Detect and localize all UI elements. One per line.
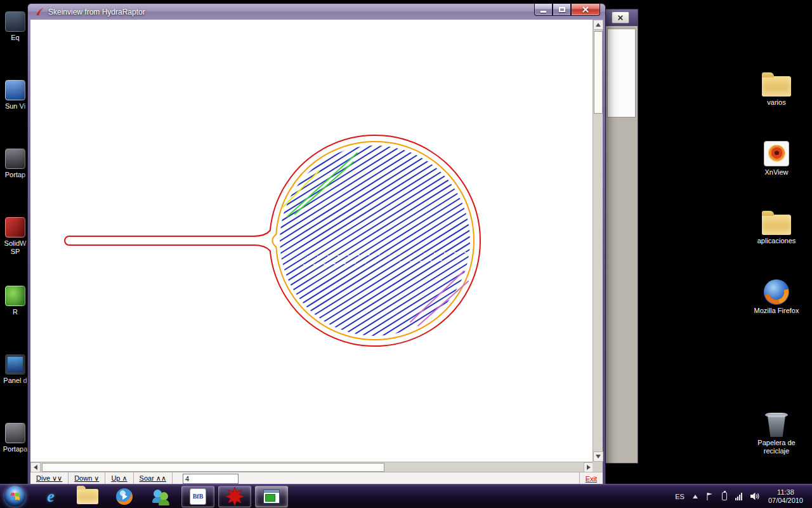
desktop-icon-label: Mozilla Firefox [748,307,805,315]
bfb-taskbar-button[interactable]: BfB [181,486,214,507]
desktop-icon-portapapeles[interactable]: Portap [1,149,29,179]
scroll-up-icon [596,23,601,27]
caption-buttons [534,4,600,16]
virtualbox-icon [5,80,25,100]
r-app-icon [5,286,25,306]
tray-time: 11:38 [768,488,803,497]
messenger-taskbar-icon[interactable] [145,486,178,507]
recycle-bin-icon [766,415,787,437]
battery-icon[interactable] [722,492,727,500]
minimize-icon [540,11,546,13]
system-tray: ES 11:38 07/04/2010 [675,488,812,505]
background-window-edge [606,9,638,464]
folder-icon [77,489,98,504]
scrollbar-corner [593,462,603,472]
windows-flag-icon [10,491,20,501]
device-icon [5,423,25,443]
close-icon [582,6,589,13]
internet-explorer-icon: e [47,488,55,505]
scroll-down-icon [596,455,601,458]
layer-number-input[interactable] [183,474,239,484]
horizontal-scrollbar[interactable] [30,462,594,472]
titlebar[interactable]: Skeinview from HydraRaptor [28,4,605,20]
desktop-icon-solidworks[interactable]: SolidW SP [1,217,29,256]
close-button[interactable] [571,4,600,16]
maximize-button[interactable] [553,4,571,16]
clock[interactable]: 11:38 07/04/2010 [768,488,806,505]
down-button[interactable]: Down ∨ [69,472,105,485]
layer-controls-bar: Dive ∨∨ Down ∨ Up ∧ Soar ∧∧ Exit [30,472,603,485]
horizontal-scroll-thumb[interactable] [42,463,384,472]
dive-button[interactable]: Dive ∨∨ [30,472,69,485]
scroll-left-button[interactable] [30,462,41,472]
tk-icon [35,7,44,17]
desktop-icon-panel-de-control[interactable]: Panel d [1,354,29,385]
scroll-down-button[interactable] [593,451,603,462]
tk-app-taskbar-button[interactable] [218,486,251,507]
media-player-icon [116,488,133,505]
start-button[interactable] [4,486,25,507]
desktop-icon-label: aplicaciones [748,237,805,245]
app-window-icon [263,490,280,504]
scroll-up-button[interactable] [593,20,603,30]
show-hidden-icons-button[interactable] [693,495,698,498]
exit-button[interactable]: Exit [579,472,603,485]
solidworks-icon [5,217,25,237]
skein-canvas-svg [30,20,594,462]
desktop-icon-label: XnView [748,168,805,177]
firefox-icon [764,279,789,305]
layer-preview-canvas[interactable] [30,20,594,462]
desktop-icon-recycle-bin[interactable]: Papelera de reciclaje [746,413,807,455]
background-window-scroll-thumb[interactable] [607,29,636,117]
folder-icon [762,76,791,97]
desktop-icon-label: Papelera de reciclaje [748,439,805,455]
desktop-icon-aplicaciones[interactable]: aplicaciones [746,208,807,245]
vertical-scrollbar[interactable] [593,20,603,462]
maximize-icon [559,7,565,12]
window-title: Skeinview from HydraRaptor [48,8,145,17]
device-icon [5,149,25,169]
close-icon [617,15,624,21]
vertical-scroll-thumb[interactable] [594,31,603,114]
taskbar: e BfB ES [0,484,812,508]
desktop-icon-xnview[interactable]: XnView [746,141,807,177]
scroll-left-icon [34,465,37,470]
red-splat-icon [225,486,245,507]
desktop-icon-eq[interactable]: Eq [1,11,29,42]
desktop-icon-varios[interactable]: varios [746,70,807,107]
desktop-icon-portapapeles-2[interactable]: Portapa [1,423,29,453]
xnview-icon [764,141,789,166]
skeinview-taskbar-button[interactable] [255,486,288,507]
people-icon [152,488,171,505]
minimize-button[interactable] [534,4,553,16]
up-button[interactable]: Up ∧ [105,472,133,485]
ie-taskbar-icon[interactable]: e [34,486,67,507]
background-window-titlebar[interactable] [606,10,638,26]
skeinview-window: Skeinview from HydraRaptor D [27,3,606,484]
close-button[interactable] [612,11,629,23]
desktop-icon-r[interactable]: R [1,286,29,316]
soar-button[interactable]: Soar ∧∧ [134,472,173,485]
control-panel-icon [5,354,25,375]
desktop-icon-sun-virtualbox[interactable]: Sun Vi [1,80,29,110]
scroll-right-icon [587,465,591,470]
desktop-icon-firefox[interactable]: Mozilla Firefox [746,279,807,315]
xnview-swirl [768,145,785,163]
taskbar-apps: e BfB [34,486,288,507]
tray-date: 07/04/2010 [768,497,803,505]
language-indicator[interactable]: ES [675,493,684,500]
bfb-icon: BfB [190,488,206,505]
explorer-taskbar-icon[interactable] [71,486,104,507]
eq-icon [5,11,25,32]
desktop-icon-label: varios [748,98,805,107]
window-client-area: Dive ∨∨ Down ∨ Up ∧ Soar ∧∧ Exit [30,20,603,484]
network-signal-icon[interactable] [735,493,742,500]
volume-icon[interactable] [750,492,760,500]
folder-icon [762,215,791,235]
media-player-taskbar-icon[interactable] [108,486,141,507]
flag-icon[interactable] [706,492,714,501]
screen: Eq Sun Vi Portap SolidW SP R Panel d Por… [0,0,812,508]
